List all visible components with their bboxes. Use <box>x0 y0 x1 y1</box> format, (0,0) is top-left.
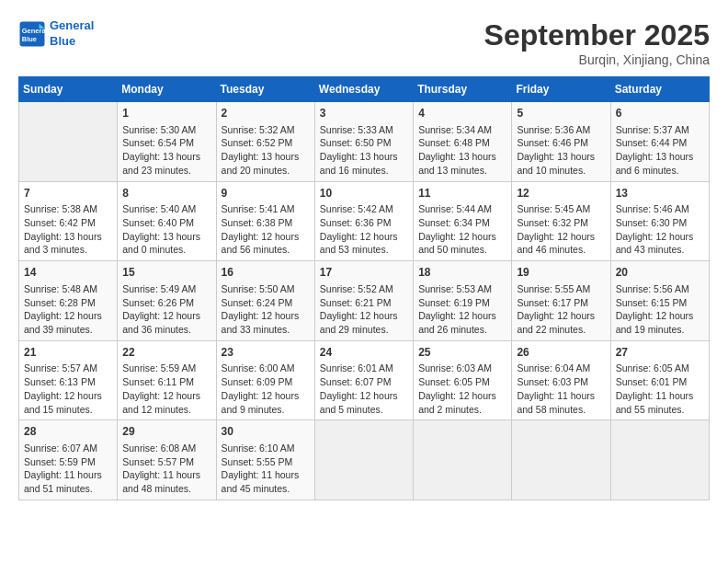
day-info: Daylight: 12 hours <box>222 309 310 323</box>
calendar-cell: 7Sunrise: 5:38 AMSunset: 6:42 PMDaylight… <box>19 181 118 261</box>
day-info: Daylight: 12 hours <box>418 230 506 244</box>
day-info: Daylight: 12 hours <box>517 309 605 323</box>
day-info: Daylight: 12 hours <box>418 309 506 323</box>
calendar-cell: 22Sunrise: 5:59 AMSunset: 6:11 PMDayligh… <box>118 340 216 420</box>
day-info: and 16 minutes. <box>320 164 408 178</box>
calendar-cell <box>512 420 610 500</box>
day-info: Sunset: 6:46 PM <box>517 136 605 150</box>
day-info: and 15 minutes. <box>24 403 112 417</box>
calendar-cell: 24Sunrise: 6:01 AMSunset: 6:07 PMDayligh… <box>314 340 413 420</box>
day-info: and 39 minutes. <box>24 323 112 337</box>
day-info: Sunrise: 6:05 AM <box>616 362 704 375</box>
title-area: September 2025 Burqin, Xinjiang, China <box>484 18 710 67</box>
calendar-cell: 23Sunrise: 6:00 AMSunset: 6:09 PMDayligh… <box>216 340 314 420</box>
day-number: 24 <box>320 345 408 361</box>
col-wednesday: Wednesday <box>314 77 413 102</box>
day-info: Daylight: 13 hours <box>122 150 210 164</box>
day-info: Sunset: 6:26 PM <box>122 296 210 310</box>
calendar-table: Sunday Monday Tuesday Wednesday Thursday… <box>18 76 710 500</box>
calendar-cell: 17Sunrise: 5:52 AMSunset: 6:21 PMDayligh… <box>314 261 413 341</box>
day-info: Sunrise: 6:03 AM <box>418 362 506 375</box>
day-info: Sunset: 6:52 PM <box>222 136 310 150</box>
day-number: 6 <box>616 106 704 121</box>
day-info: Sunrise: 6:07 AM <box>24 442 112 455</box>
day-info: Daylight: 13 hours <box>320 150 408 164</box>
day-info: Sunrise: 5:34 AM <box>418 123 506 137</box>
day-info: Daylight: 12 hours <box>122 309 210 323</box>
day-number: 21 <box>24 345 112 361</box>
calendar-cell: 3Sunrise: 5:33 AMSunset: 6:50 PMDaylight… <box>314 102 413 182</box>
day-number: 19 <box>517 265 605 281</box>
day-number: 15 <box>122 265 210 281</box>
day-info: Sunrise: 5:59 AM <box>122 362 210 375</box>
day-info: Sunrise: 5:48 AM <box>24 282 112 296</box>
day-number: 8 <box>122 186 210 201</box>
day-info: Sunrise: 5:57 AM <box>24 362 112 375</box>
day-info: Daylight: 12 hours <box>616 230 704 244</box>
day-info: and 48 minutes. <box>122 482 210 496</box>
calendar-cell <box>19 102 118 182</box>
day-info: Daylight: 11 hours <box>616 389 704 403</box>
calendar-cell: 10Sunrise: 5:42 AMSunset: 6:36 PMDayligh… <box>314 181 413 261</box>
day-info: Sunset: 6:17 PM <box>517 296 605 310</box>
day-info: Sunset: 6:48 PM <box>418 136 506 150</box>
day-number: 17 <box>320 265 408 281</box>
day-info: Sunrise: 5:52 AM <box>320 282 408 296</box>
day-info: Sunset: 6:13 PM <box>24 375 112 389</box>
calendar-cell: 21Sunrise: 5:57 AMSunset: 6:13 PMDayligh… <box>19 340 118 420</box>
day-info: Sunrise: 6:01 AM <box>320 362 408 375</box>
day-number: 7 <box>24 186 112 201</box>
day-info: Sunrise: 5:45 AM <box>517 202 605 216</box>
day-info: Daylight: 12 hours <box>616 309 704 323</box>
logo-line1: General <box>50 18 94 34</box>
calendar-cell: 19Sunrise: 5:55 AMSunset: 6:17 PMDayligh… <box>512 261 610 341</box>
header-row: Sunday Monday Tuesday Wednesday Thursday… <box>19 77 710 102</box>
day-info: Daylight: 12 hours <box>517 230 605 244</box>
day-number: 10 <box>320 186 408 201</box>
day-info: and 46 minutes. <box>517 243 605 257</box>
day-info: Sunrise: 6:08 AM <box>122 442 210 455</box>
day-info: Daylight: 11 hours <box>24 468 112 482</box>
day-info: Sunset: 6:50 PM <box>320 136 408 150</box>
day-number: 14 <box>24 265 112 281</box>
day-number: 9 <box>222 186 310 201</box>
day-info: Sunset: 5:55 PM <box>222 455 310 469</box>
logo: General Blue General Blue <box>18 18 94 50</box>
day-info: and 20 minutes. <box>222 164 310 178</box>
calendar-cell: 20Sunrise: 5:56 AMSunset: 6:15 PMDayligh… <box>610 261 709 341</box>
day-info: and 36 minutes. <box>122 323 210 337</box>
month-title: September 2025 <box>484 18 710 52</box>
day-info: Sunrise: 5:40 AM <box>122 202 210 216</box>
day-number: 26 <box>517 345 605 361</box>
day-info: and 9 minutes. <box>222 403 310 417</box>
calendar-cell: 4Sunrise: 5:34 AMSunset: 6:48 PMDaylight… <box>414 102 512 182</box>
day-number: 29 <box>122 424 210 440</box>
day-info: Sunset: 6:40 PM <box>122 216 210 230</box>
day-info: Sunset: 6:21 PM <box>320 296 408 310</box>
col-saturday: Saturday <box>610 77 709 102</box>
day-info: and 3 minutes. <box>24 243 112 257</box>
day-info: Sunset: 6:36 PM <box>320 216 408 230</box>
day-info: Sunrise: 5:44 AM <box>418 202 506 216</box>
day-number: 20 <box>616 265 704 281</box>
day-info: and 6 minutes. <box>616 164 704 178</box>
day-info: Sunset: 6:30 PM <box>616 216 704 230</box>
calendar-cell: 12Sunrise: 5:45 AMSunset: 6:32 PMDayligh… <box>512 181 610 261</box>
day-info: Daylight: 12 hours <box>418 389 506 403</box>
day-info: and 43 minutes. <box>616 243 704 257</box>
calendar-week-1: 1Sunrise: 5:30 AMSunset: 6:54 PMDaylight… <box>19 102 710 182</box>
day-info: and 12 minutes. <box>122 403 210 417</box>
day-info: and 45 minutes. <box>222 482 310 496</box>
day-info: Sunset: 5:59 PM <box>24 455 112 469</box>
day-info: Sunset: 6:32 PM <box>517 216 605 230</box>
calendar-cell: 18Sunrise: 5:53 AMSunset: 6:19 PMDayligh… <box>414 261 512 341</box>
day-info: and 33 minutes. <box>222 323 310 337</box>
calendar-cell: 25Sunrise: 6:03 AMSunset: 6:05 PMDayligh… <box>414 340 512 420</box>
day-info: Sunset: 6:44 PM <box>616 136 704 150</box>
calendar-cell: 29Sunrise: 6:08 AMSunset: 5:57 PMDayligh… <box>118 420 216 500</box>
day-number: 2 <box>222 106 310 121</box>
col-friday: Friday <box>512 77 610 102</box>
day-info: Sunset: 6:09 PM <box>222 375 310 389</box>
calendar-cell: 5Sunrise: 5:36 AMSunset: 6:46 PMDaylight… <box>512 102 610 182</box>
day-info: Daylight: 12 hours <box>122 389 210 403</box>
